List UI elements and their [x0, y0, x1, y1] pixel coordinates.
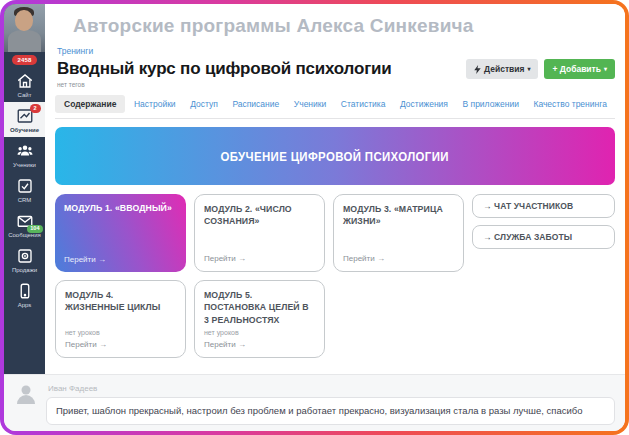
sidebar-item-label: CRM	[18, 197, 32, 203]
sidebar-item-sales[interactable]: Продажи	[4, 242, 45, 277]
module-note: нет уроков	[204, 329, 315, 336]
main-content: Авторские программы Алекса Синкевича Тре…	[45, 4, 625, 374]
module-title: МОДУЛЬ 3. «МАТРИЦА ЖИЗНИ»	[343, 203, 453, 228]
tab-settings[interactable]: Настройки	[128, 95, 182, 113]
breadcrumb[interactable]: Тренинги	[57, 46, 93, 56]
learning-badge: 2	[30, 104, 41, 113]
top-region: 2458 Сайт 2 О	[4, 4, 625, 374]
commenter-avatar-icon	[14, 382, 38, 406]
tab-achievements[interactable]: Достижения	[394, 95, 454, 113]
tab-students[interactable]: Ученики	[288, 95, 332, 113]
people-icon	[16, 142, 34, 160]
sidebar-item-messages[interactable]: 104 Сообщения	[4, 207, 45, 242]
profile-photo-head	[15, 10, 33, 31]
sidebar-item-apps[interactable]: Apps	[4, 277, 45, 312]
tab-bar: Содержание Настройки Доступ Расписание У…	[55, 95, 615, 119]
comment-body: Иван Фадеев Привет, шаблон прекрасный, н…	[46, 382, 615, 425]
checkbox-icon	[16, 177, 34, 195]
messages-badge: 104	[27, 225, 42, 234]
module-go-link[interactable]: Перейти →	[204, 340, 315, 349]
module-go-link[interactable]: Перейти →	[204, 254, 315, 263]
tab-training-quality[interactable]: Качество тренинга	[527, 95, 612, 113]
comment-text-box[interactable]: Привет, шаблон прекрасный, настроил без …	[46, 397, 615, 425]
comment-bar: Иван Фадеев Привет, шаблон прекрасный, н…	[4, 374, 625, 431]
module-title: МОДУЛЬ 2. «ЧИСЛО СОЗНАНИЯ»	[204, 203, 314, 228]
module-card-4[interactable]: МОДУЛЬ 4. ЖИЗНЕННЫЕ ЦИКЛЫ нет уроков Пер…	[55, 280, 186, 358]
sidebar-item-site[interactable]: Сайт	[4, 67, 45, 102]
profile-photo[interactable]	[4, 4, 45, 52]
module-card-1[interactable]: МОДУЛЬ 1. «ВВОДНЫЙ» Перейти →	[55, 194, 186, 272]
side-links-column: → ЧАТ УЧАСТНИКОВ → СЛУЖБА ЗАБОТЫ	[472, 194, 615, 272]
tab-schedule[interactable]: Расписание	[226, 95, 285, 113]
app-title: Авторские программы Алекса Синкевича	[73, 15, 615, 37]
chart-icon: 2	[16, 107, 34, 125]
module-card-3[interactable]: МОДУЛЬ 3. «МАТРИЦА ЖИЗНИ» Перейти →	[333, 194, 464, 272]
tab-content[interactable]: Содержание	[55, 95, 125, 113]
tags-label: нет тегов	[57, 81, 615, 88]
page-title: Вводный курс по цифровой психологии	[57, 59, 392, 79]
actions-button[interactable]: Действия ▾	[466, 59, 538, 79]
app-window: 2458 Сайт 2 О	[4, 4, 625, 431]
module-title: МОДУЛЬ 4. ЖИЗНЕННЫЕ ЦИКЛЫ	[65, 289, 175, 314]
sidebar-item-label: Продажи	[12, 267, 37, 273]
sidebar-item-students[interactable]: Ученики	[4, 137, 45, 172]
module-card-5[interactable]: МОДУЛЬ 5. ПОСТАНОВКА ЦЕЛЕЙ В 3 РЕАЛЬНОСТ…	[194, 280, 325, 358]
tab-in-app[interactable]: В приложении	[457, 95, 525, 113]
module-note: нет уроков	[65, 329, 176, 336]
banner-title: ОБУЧЕНИЕ ЦИФРОВОЙ ПСИХОЛОГИИ	[221, 149, 449, 164]
module-go-link[interactable]: Перейти →	[343, 254, 454, 263]
sidebar-item-label: Обучение	[10, 127, 39, 133]
module-title: МОДУЛЬ 5. ПОСТАНОВКА ЦЕЛЕЙ В 3 РЕАЛЬНОСТ…	[204, 289, 314, 326]
tab-statistics[interactable]: Статистика	[335, 95, 392, 113]
phone-icon	[16, 282, 34, 300]
chevron-down-icon: ▾	[527, 66, 530, 72]
sidebar-item-learning[interactable]: 2 Обучение	[4, 102, 45, 137]
title-row: Вводный курс по цифровой психологии Дейс…	[55, 59, 615, 79]
module-title: МОДУЛЬ 1. «ВВОДНЫЙ»	[64, 202, 176, 214]
profile-photo-torso	[8, 30, 41, 52]
sidebar-item-label: Apps	[18, 302, 32, 308]
envelope-icon: 104	[16, 212, 34, 230]
commenter-name: Иван Фадеев	[48, 384, 615, 393]
care-service-button[interactable]: → СЛУЖБА ЗАБОТЫ	[472, 225, 615, 249]
module-card-2[interactable]: МОДУЛЬ 2. «ЧИСЛО СОЗНАНИЯ» Перейти →	[194, 194, 325, 272]
house-icon	[16, 72, 34, 90]
participants-chat-button[interactable]: → ЧАТ УЧАСТНИКОВ	[472, 194, 615, 218]
course-banner[interactable]: ОБУЧЕНИЕ ЦИФРОВОЙ ПСИХОЛОГИИ	[55, 127, 615, 185]
chevron-down-icon: ▾	[604, 66, 607, 72]
add-button[interactable]: + Добавить ▾	[544, 59, 615, 79]
module-go-link[interactable]: Перейти →	[65, 340, 176, 349]
gradient-frame: 2458 Сайт 2 О	[0, 0, 629, 435]
module-go-link[interactable]: Перейти →	[64, 255, 177, 264]
sidebar-item-label: Ученики	[13, 162, 36, 168]
module-grid: МОДУЛЬ 1. «ВВОДНЫЙ» Перейти → МОДУЛЬ 2. …	[55, 194, 615, 358]
lightning-icon	[474, 65, 481, 74]
safe-icon	[16, 247, 34, 265]
tab-access[interactable]: Доступ	[184, 95, 224, 113]
sidebar: 2458 Сайт 2 О	[4, 4, 45, 374]
sidebar-item-crm[interactable]: CRM	[4, 172, 45, 207]
notification-count-badge: 2458	[12, 55, 36, 65]
sidebar-item-label: Сайт	[18, 92, 32, 98]
